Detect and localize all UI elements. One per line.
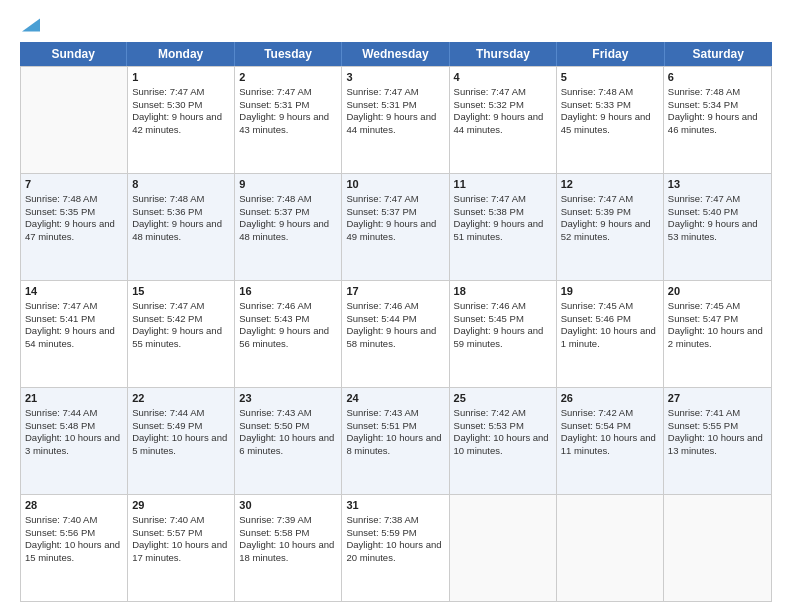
daylight-text: Daylight: 9 hours and 54 minutes.: [25, 325, 115, 349]
sunrise-text: Sunrise: 7:48 AM: [239, 193, 311, 204]
header: [20, 18, 772, 32]
daylight-text: Daylight: 9 hours and 46 minutes.: [668, 111, 758, 135]
day-cell-3: 3Sunrise: 7:47 AMSunset: 5:31 PMDaylight…: [342, 67, 449, 173]
day-number: 13: [668, 177, 767, 192]
daylight-text: Daylight: 9 hours and 48 minutes.: [239, 218, 329, 242]
day-number: 19: [561, 284, 659, 299]
daylight-text: Daylight: 10 hours and 20 minutes.: [346, 539, 441, 563]
sunset-text: Sunset: 5:49 PM: [132, 420, 202, 431]
sunrise-text: Sunrise: 7:47 AM: [561, 193, 633, 204]
day-number: 24: [346, 391, 444, 406]
day-number: 22: [132, 391, 230, 406]
sunrise-text: Sunrise: 7:44 AM: [132, 407, 204, 418]
sunset-text: Sunset: 5:40 PM: [668, 206, 738, 217]
sunset-text: Sunset: 5:42 PM: [132, 313, 202, 324]
sunrise-text: Sunrise: 7:46 AM: [346, 300, 418, 311]
empty-cell-4-5: [557, 495, 664, 601]
day-number: 29: [132, 498, 230, 513]
day-number: 10: [346, 177, 444, 192]
day-number: 17: [346, 284, 444, 299]
day-cell-10: 10Sunrise: 7:47 AMSunset: 5:37 PMDayligh…: [342, 174, 449, 280]
day-cell-26: 26Sunrise: 7:42 AMSunset: 5:54 PMDayligh…: [557, 388, 664, 494]
day-cell-15: 15Sunrise: 7:47 AMSunset: 5:42 PMDayligh…: [128, 281, 235, 387]
sunset-text: Sunset: 5:32 PM: [454, 99, 524, 110]
sunset-text: Sunset: 5:33 PM: [561, 99, 631, 110]
sunrise-text: Sunrise: 7:40 AM: [25, 514, 97, 525]
day-number: 14: [25, 284, 123, 299]
sunset-text: Sunset: 5:53 PM: [454, 420, 524, 431]
sunrise-text: Sunrise: 7:47 AM: [346, 193, 418, 204]
daylight-text: Daylight: 10 hours and 13 minutes.: [668, 432, 763, 456]
day-cell-6: 6Sunrise: 7:48 AMSunset: 5:34 PMDaylight…: [664, 67, 771, 173]
day-cell-2: 2Sunrise: 7:47 AMSunset: 5:31 PMDaylight…: [235, 67, 342, 173]
sunrise-text: Sunrise: 7:41 AM: [668, 407, 740, 418]
daylight-text: Daylight: 10 hours and 8 minutes.: [346, 432, 441, 456]
sunrise-text: Sunrise: 7:38 AM: [346, 514, 418, 525]
header-day-monday: Monday: [127, 42, 234, 66]
daylight-text: Daylight: 9 hours and 51 minutes.: [454, 218, 544, 242]
daylight-text: Daylight: 10 hours and 11 minutes.: [561, 432, 656, 456]
logo: [20, 18, 40, 32]
sunset-text: Sunset: 5:31 PM: [239, 99, 309, 110]
daylight-text: Daylight: 10 hours and 1 minute.: [561, 325, 656, 349]
daylight-text: Daylight: 9 hours and 44 minutes.: [454, 111, 544, 135]
sunset-text: Sunset: 5:41 PM: [25, 313, 95, 324]
day-number: 21: [25, 391, 123, 406]
day-cell-14: 14Sunrise: 7:47 AMSunset: 5:41 PMDayligh…: [21, 281, 128, 387]
sunset-text: Sunset: 5:39 PM: [561, 206, 631, 217]
sunrise-text: Sunrise: 7:47 AM: [454, 86, 526, 97]
day-number: 7: [25, 177, 123, 192]
sunset-text: Sunset: 5:34 PM: [668, 99, 738, 110]
day-number: 1: [132, 70, 230, 85]
day-cell-17: 17Sunrise: 7:46 AMSunset: 5:44 PMDayligh…: [342, 281, 449, 387]
day-number: 11: [454, 177, 552, 192]
day-number: 2: [239, 70, 337, 85]
sunset-text: Sunset: 5:46 PM: [561, 313, 631, 324]
sunset-text: Sunset: 5:31 PM: [346, 99, 416, 110]
empty-cell-4-4: [450, 495, 557, 601]
daylight-text: Daylight: 9 hours and 42 minutes.: [132, 111, 222, 135]
daylight-text: Daylight: 10 hours and 10 minutes.: [454, 432, 549, 456]
daylight-text: Daylight: 9 hours and 59 minutes.: [454, 325, 544, 349]
sunrise-text: Sunrise: 7:42 AM: [561, 407, 633, 418]
day-number: 20: [668, 284, 767, 299]
day-number: 23: [239, 391, 337, 406]
sunrise-text: Sunrise: 7:47 AM: [25, 300, 97, 311]
day-cell-27: 27Sunrise: 7:41 AMSunset: 5:55 PMDayligh…: [664, 388, 771, 494]
day-cell-23: 23Sunrise: 7:43 AMSunset: 5:50 PMDayligh…: [235, 388, 342, 494]
sunrise-text: Sunrise: 7:48 AM: [561, 86, 633, 97]
day-number: 5: [561, 70, 659, 85]
daylight-text: Daylight: 9 hours and 49 minutes.: [346, 218, 436, 242]
calendar-row-4: 21Sunrise: 7:44 AMSunset: 5:48 PMDayligh…: [21, 387, 771, 494]
daylight-text: Daylight: 10 hours and 5 minutes.: [132, 432, 227, 456]
daylight-text: Daylight: 10 hours and 15 minutes.: [25, 539, 120, 563]
daylight-text: Daylight: 10 hours and 2 minutes.: [668, 325, 763, 349]
calendar-row-2: 7Sunrise: 7:48 AMSunset: 5:35 PMDaylight…: [21, 173, 771, 280]
daylight-text: Daylight: 10 hours and 17 minutes.: [132, 539, 227, 563]
day-cell-21: 21Sunrise: 7:44 AMSunset: 5:48 PMDayligh…: [21, 388, 128, 494]
sunset-text: Sunset: 5:38 PM: [454, 206, 524, 217]
sunrise-text: Sunrise: 7:46 AM: [239, 300, 311, 311]
sunset-text: Sunset: 5:51 PM: [346, 420, 416, 431]
day-number: 28: [25, 498, 123, 513]
calendar-row-3: 14Sunrise: 7:47 AMSunset: 5:41 PMDayligh…: [21, 280, 771, 387]
calendar-body: 1Sunrise: 7:47 AMSunset: 5:30 PMDaylight…: [20, 66, 772, 602]
sunrise-text: Sunrise: 7:47 AM: [132, 86, 204, 97]
sunrise-text: Sunrise: 7:47 AM: [454, 193, 526, 204]
sunrise-text: Sunrise: 7:47 AM: [132, 300, 204, 311]
day-number: 12: [561, 177, 659, 192]
day-cell-18: 18Sunrise: 7:46 AMSunset: 5:45 PMDayligh…: [450, 281, 557, 387]
sunset-text: Sunset: 5:36 PM: [132, 206, 202, 217]
calendar-row-5: 28Sunrise: 7:40 AMSunset: 5:56 PMDayligh…: [21, 494, 771, 601]
day-cell-5: 5Sunrise: 7:48 AMSunset: 5:33 PMDaylight…: [557, 67, 664, 173]
day-number: 30: [239, 498, 337, 513]
day-number: 25: [454, 391, 552, 406]
sunset-text: Sunset: 5:54 PM: [561, 420, 631, 431]
sunset-text: Sunset: 5:47 PM: [668, 313, 738, 324]
svg-marker-0: [22, 18, 40, 31]
daylight-text: Daylight: 9 hours and 48 minutes.: [132, 218, 222, 242]
day-cell-12: 12Sunrise: 7:47 AMSunset: 5:39 PMDayligh…: [557, 174, 664, 280]
day-cell-28: 28Sunrise: 7:40 AMSunset: 5:56 PMDayligh…: [21, 495, 128, 601]
daylight-text: Daylight: 9 hours and 47 minutes.: [25, 218, 115, 242]
day-number: 3: [346, 70, 444, 85]
